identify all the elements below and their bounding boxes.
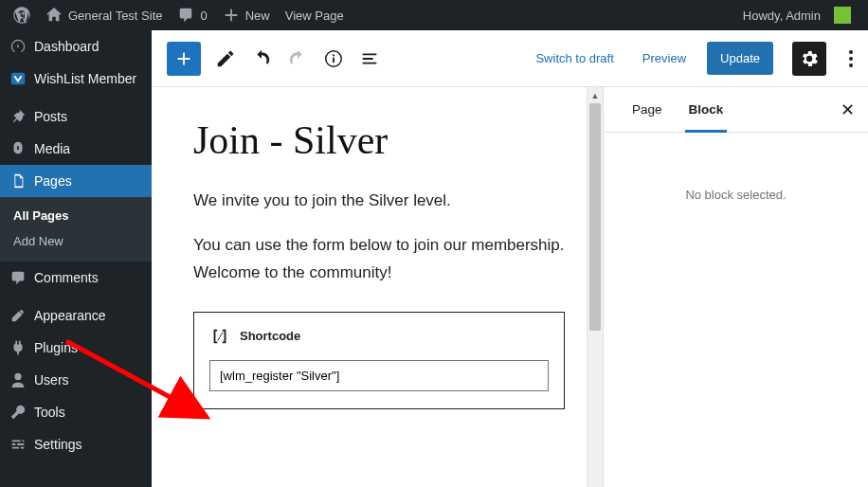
shortcode-block-header: Shortcode (209, 326, 549, 347)
plus-icon (223, 7, 240, 24)
list-icon (359, 48, 380, 69)
svg-rect-2 (333, 57, 335, 63)
sidebar-sub-add-new[interactable]: Add New (0, 228, 152, 254)
admin-sidebar: Dashboard WishList Member Posts Media Pa… (0, 30, 152, 487)
panel-empty-message: No block selected. (604, 133, 868, 257)
new-label: New (245, 9, 270, 23)
scrollbar-up-icon: ▲ (588, 87, 603, 103)
undo-button[interactable] (250, 47, 273, 70)
plus-icon (173, 48, 194, 69)
settings-tabs: Page Block ✕ (604, 87, 868, 133)
sidebar-label: Media (34, 141, 70, 156)
settings-toggle-button[interactable] (792, 42, 826, 76)
home-icon (45, 7, 63, 24)
sidebar-label: Dashboard (34, 39, 99, 54)
account-link[interactable]: Howdy, Admin (735, 0, 859, 30)
settings-panel: Page Block ✕ No block selected. (603, 87, 868, 487)
sidebar-label: Pages (34, 173, 72, 189)
comment-icon (9, 269, 27, 286)
editor-main: Switch to draft Preview Update Join - Si… (152, 30, 868, 487)
view-page-link[interactable]: View Page (278, 0, 352, 30)
editor-toolbar: Switch to draft Preview Update (152, 30, 868, 87)
sidebar-item-comments[interactable]: Comments (0, 262, 152, 294)
wordpress-icon (13, 7, 30, 24)
sidebar-item-appearance[interactable]: Appearance (0, 299, 152, 332)
shortcode-label: Shortcode (240, 329, 300, 343)
howdy-text: Howdy, Admin (743, 9, 821, 23)
tools-icon (9, 404, 27, 421)
new-link[interactable]: New (215, 0, 278, 30)
comments-count: 0 (200, 9, 207, 23)
sidebar-item-posts[interactable]: Posts (0, 100, 152, 133)
admin-bar: General Test Site 0 New View Page Howdy,… (0, 0, 868, 30)
media-icon (9, 140, 27, 157)
sidebar-label: Posts (34, 109, 67, 124)
switch-to-draft-link[interactable]: Switch to draft (528, 51, 621, 65)
pin-icon (9, 108, 27, 125)
sidebar-item-wishlist[interactable]: WishList Member (0, 63, 152, 95)
edit-mode-button[interactable] (214, 47, 237, 70)
avatar (834, 7, 851, 24)
redo-button[interactable] (286, 47, 309, 70)
site-name-link[interactable]: General Test Site (38, 0, 170, 30)
info-icon (323, 48, 344, 69)
svg-point-3 (333, 54, 335, 56)
add-block-button[interactable] (167, 42, 201, 76)
comment-icon (177, 7, 194, 24)
update-button[interactable]: Update (707, 42, 773, 75)
shortcode-input[interactable] (209, 360, 549, 391)
scrollbar-thumb[interactable] (589, 103, 601, 331)
sliders-icon (9, 436, 27, 453)
svg-rect-0 (11, 73, 25, 85)
sidebar-item-settings[interactable]: Settings (0, 428, 152, 460)
sidebar-label: Tools (34, 405, 65, 420)
sidebar-label: Plugins (34, 340, 78, 355)
view-page-label: View Page (285, 9, 344, 23)
sidebar-item-dashboard[interactable]: Dashboard (0, 30, 152, 63)
wishlist-icon (9, 70, 27, 87)
preview-link[interactable]: Preview (635, 51, 694, 65)
sidebar-label: Settings (34, 437, 82, 452)
comments-link[interactable]: 0 (170, 0, 214, 30)
wp-logo[interactable] (6, 0, 38, 30)
sidebar-item-tools[interactable]: Tools (0, 396, 152, 428)
shortcode-icon (209, 326, 230, 347)
undo-icon (251, 48, 272, 69)
tab-page[interactable]: Page (619, 87, 676, 132)
sidebar-item-users[interactable]: Users (0, 364, 152, 396)
sidebar-item-pages[interactable]: Pages (0, 165, 152, 197)
users-icon (9, 371, 27, 388)
redo-icon (287, 48, 308, 69)
page-title[interactable]: Join - Silver (193, 117, 565, 163)
sidebar-item-media[interactable]: Media (0, 133, 152, 165)
pencil-icon (215, 48, 236, 69)
dashboard-icon (9, 38, 27, 55)
admin-bar-right: Howdy, Admin (735, 0, 862, 30)
paragraph-block[interactable]: You can use the form below to join our m… (193, 232, 565, 287)
more-options-button[interactable] (843, 50, 859, 67)
admin-bar-left: General Test Site 0 New View Page (6, 0, 352, 30)
panel-close-button[interactable]: ✕ (827, 99, 868, 120)
sidebar-label: Appearance (34, 308, 106, 323)
sidebar-label: Comments (34, 270, 99, 285)
gear-icon (799, 48, 820, 69)
editor-canvas: Join - Silver We invite you to join the … (152, 87, 603, 487)
sidebar-sub-all-pages[interactable]: All Pages (0, 203, 152, 228)
outline-button[interactable] (358, 47, 381, 70)
tab-block[interactable]: Block (676, 87, 737, 132)
content-scrollbar[interactable]: ▲ (587, 87, 603, 487)
sidebar-submenu-pages: All Pages Add New (0, 197, 152, 262)
shortcode-block[interactable]: Shortcode (193, 312, 565, 409)
sidebar-label: Users (34, 372, 69, 388)
paragraph-block[interactable]: We invite you to join the Silver level. (193, 188, 565, 215)
info-button[interactable] (322, 47, 345, 70)
sidebar-item-plugins[interactable]: Plugins (0, 332, 152, 364)
plugin-icon (9, 339, 27, 356)
site-name-text: General Test Site (68, 9, 162, 23)
pages-icon (9, 172, 27, 189)
sidebar-label: WishList Member (34, 71, 136, 86)
appearance-icon (9, 307, 27, 324)
